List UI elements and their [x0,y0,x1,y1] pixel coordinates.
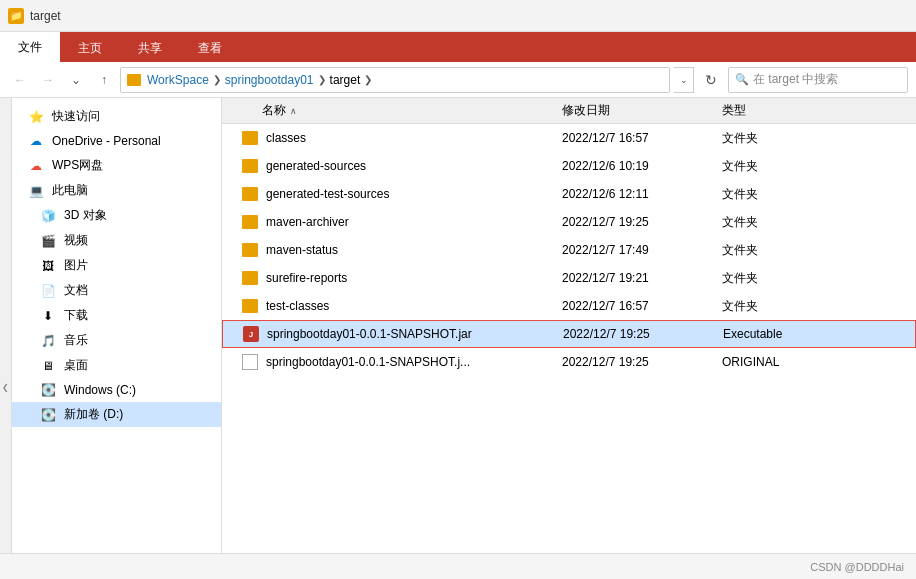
address-bar: ← → ⌄ ↑ WorkSpace ❯ springbootday01 ❯ ta… [0,62,916,98]
sidebar-item-videos[interactable]: 🎬 视频 [12,228,221,253]
window-icon: 📁 [8,8,24,24]
forward-button[interactable]: → [36,68,60,92]
file-cell-modified: 2022/12/7 19:21 [562,271,722,285]
file-cell-modified: 2022/12/7 16:57 [562,299,722,313]
file-cell-name: test-classes [222,299,562,313]
pictures-icon: 🖼 [40,258,56,274]
windows-c-icon: 💽 [40,382,56,398]
sidebar-label-quick-access: 快速访问 [52,108,100,125]
tab-share[interactable]: 共享 [120,34,180,62]
sidebar-label-downloads: 下载 [64,307,88,324]
3d-objects-icon: 🧊 [40,208,56,224]
address-dropdown[interactable]: ⌄ [674,67,694,93]
sidebar-label-new-volume-d: 新加卷 (D:) [64,406,123,423]
file-cell-modified: 2022/12/7 19:25 [562,355,722,369]
sidebar-label-videos: 视频 [64,232,88,249]
table-row[interactable]: maven-archiver 2022/12/7 19:25 文件夹 [222,208,916,236]
breadcrumb-workspace[interactable]: WorkSpace [147,73,209,87]
file-list-area: 名称 ∧ 修改日期 类型 classes 2022/12/7 16:57 文件夹… [222,98,916,553]
new-volume-d-icon: 💽 [40,407,56,423]
col-header-type[interactable]: 类型 [722,102,916,119]
file-cell-type: 文件夹 [722,186,916,203]
downloads-icon: ⬇ [40,308,56,324]
file-cell-name: surefire-reports [222,271,562,285]
file-cell-type: 文件夹 [722,214,916,231]
original-file-icon [242,354,258,370]
quick-access-icon: ⭐ [28,109,44,125]
up-button[interactable]: ↑ [92,68,116,92]
sidebar-item-quick-access[interactable]: ⭐ 快速访问 [12,104,221,129]
table-row[interactable]: surefire-reports 2022/12/7 19:21 文件夹 [222,264,916,292]
tab-home[interactable]: 主页 [60,34,120,62]
wps-icon: ☁ [28,158,44,174]
table-row[interactable]: classes 2022/12/7 16:57 文件夹 [222,124,916,152]
sidebar-item-music[interactable]: 🎵 音乐 [12,328,221,353]
file-cell-modified: 2022/12/7 16:57 [562,131,722,145]
status-bar: CSDN @DDDDHai [0,553,916,579]
file-cell-name: classes [222,131,562,145]
sidebar-item-windows-c[interactable]: 💽 Windows (C:) [12,378,221,402]
file-cell-modified: 2022/12/6 12:11 [562,187,722,201]
col-header-modified[interactable]: 修改日期 [562,102,722,119]
breadcrumb-target[interactable]: target [330,73,361,87]
folder-icon [242,131,258,145]
file-cell-type: 文件夹 [722,270,916,287]
this-pc-icon: 💻 [28,183,44,199]
table-row[interactable]: generated-test-sources 2022/12/6 12:11 文… [222,180,916,208]
search-placeholder: 在 target 中搜索 [753,71,838,88]
music-icon: 🎵 [40,333,56,349]
file-cell-name: maven-archiver [222,215,562,229]
file-cell-name: maven-status [222,243,562,257]
videos-icon: 🎬 [40,233,56,249]
file-cell-type: 文件夹 [722,242,916,259]
breadcrumb-bar[interactable]: WorkSpace ❯ springbootday01 ❯ target ❯ [120,67,670,93]
folder-icon [242,299,258,313]
tab-file[interactable]: 文件 [0,32,60,62]
breadcrumb-springboot[interactable]: springbootday01 [225,73,314,87]
sidebar-item-3d-objects[interactable]: 🧊 3D 对象 [12,203,221,228]
nav-dropdown-button[interactable]: ⌄ [64,68,88,92]
col-header-name[interactable]: 名称 ∧ [222,102,562,119]
table-row[interactable]: J springbootday01-0.0.1-SNAPSHOT.jar 202… [222,320,916,348]
folder-icon [242,271,258,285]
file-cell-modified: 2022/12/7 19:25 [563,327,723,341]
folder-icon [242,187,258,201]
folder-icon [242,243,258,257]
sidebar-item-desktop[interactable]: 🖥 桌面 [12,353,221,378]
column-header-row: 名称 ∧ 修改日期 类型 [222,98,916,124]
jar-icon: J [243,326,259,342]
window-title: target [30,9,61,23]
tab-view[interactable]: 查看 [180,34,240,62]
documents-icon: 📄 [40,283,56,299]
sidebar-item-downloads[interactable]: ⬇ 下载 [12,303,221,328]
file-cell-modified: 2022/12/7 17:49 [562,243,722,257]
table-row[interactable]: test-classes 2022/12/7 16:57 文件夹 [222,292,916,320]
sidebar-label-desktop: 桌面 [64,357,88,374]
file-cell-name: generated-sources [222,159,562,173]
breadcrumb-folder-icon [127,74,141,86]
breadcrumb-sep-2: ❯ [318,74,326,85]
table-row[interactable]: maven-status 2022/12/7 17:49 文件夹 [222,236,916,264]
sidebar-item-onedrive[interactable]: ☁ OneDrive - Personal [12,129,221,153]
main-area: ❮ ⭐ 快速访问 ☁ OneDrive - Personal ☁ WPS网盘 💻… [0,98,916,553]
file-cell-type: ORIGINAL [722,355,916,369]
folder-icon [242,215,258,229]
folder-icon [242,159,258,173]
back-button[interactable]: ← [8,68,32,92]
file-cell-name: springbootday01-0.0.1-SNAPSHOT.j... [222,354,562,370]
sidebar-item-pictures[interactable]: 🖼 图片 [12,253,221,278]
expand-sidebar-btn[interactable]: ❮ [0,98,12,579]
sidebar-item-new-volume-d[interactable]: 💽 新加卷 (D:) [12,402,221,427]
sort-chevron: ∧ [290,106,297,116]
refresh-button[interactable]: ↻ [698,67,724,93]
sidebar-item-wps[interactable]: ☁ WPS网盘 [12,153,221,178]
table-row[interactable]: generated-sources 2022/12/6 10:19 文件夹 [222,152,916,180]
sidebar-item-this-pc[interactable]: 💻 此电脑 [12,178,221,203]
file-cell-modified: 2022/12/7 19:25 [562,215,722,229]
file-cell-type: 文件夹 [722,158,916,175]
breadcrumb-sep-1: ❯ [213,74,221,85]
search-box[interactable]: 🔍 在 target 中搜索 [728,67,908,93]
file-cell-name: generated-test-sources [222,187,562,201]
sidebar-item-documents[interactable]: 📄 文档 [12,278,221,303]
table-row[interactable]: springbootday01-0.0.1-SNAPSHOT.j... 2022… [222,348,916,376]
